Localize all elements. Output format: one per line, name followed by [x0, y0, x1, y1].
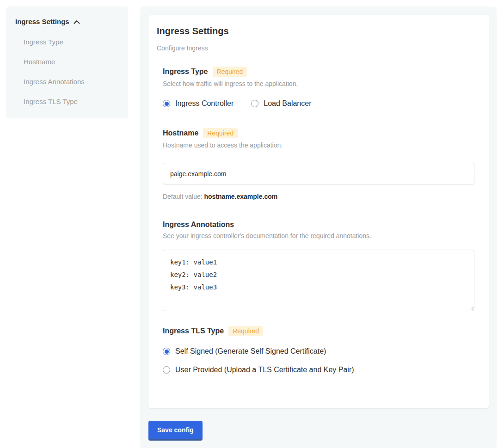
- sidebar-item-ingress-annotations[interactable]: Ingress Annotations: [15, 78, 121, 86]
- radio-label: Ingress Controller: [175, 99, 234, 108]
- default-value-text: hostname.example.com: [204, 193, 278, 200]
- default-value-prefix: Default value:: [163, 193, 203, 200]
- radio-label: Load Balancer: [264, 99, 311, 108]
- required-badge: Required: [228, 326, 263, 336]
- radio-unselected-icon: [251, 100, 258, 107]
- field-help-ingress-type: Select how traffic will ingress to the a…: [163, 80, 474, 87]
- field-label-hostname: Hostname: [163, 129, 198, 137]
- hostname-default-line: Default value: hostname.example.com: [163, 193, 474, 200]
- radio-option-load-balancer[interactable]: Load Balancer: [251, 99, 311, 108]
- card-subtitle: Configure Ingress: [157, 44, 480, 52]
- radio-option-user-provided[interactable]: User Provided (Upload a TLS Certificate …: [163, 366, 354, 374]
- sidebar-group-ingress-settings[interactable]: Ingress Settings: [15, 18, 121, 25]
- sidebar-group-label: Ingress Settings: [15, 18, 69, 25]
- page: Ingress Settings Ingress Type Hostname I…: [0, 0, 504, 448]
- radio-selected-icon: [163, 348, 170, 355]
- field-label-ingress-tls-type: Ingress TLS Type: [163, 327, 224, 335]
- field-ingress-annotations: Ingress Annotations See your ingress con…: [163, 221, 474, 313]
- sidebar-item-ingress-tls-type[interactable]: Ingress TLS Type: [15, 98, 121, 105]
- sidebar: Ingress Settings Ingress Type Hostname I…: [6, 6, 128, 118]
- field-label-ingress-type: Ingress Type: [163, 68, 208, 76]
- radio-unselected-icon: [163, 366, 170, 374]
- hostname-input[interactable]: [163, 163, 474, 184]
- config-area: Ingress Settings Configure Ingress Ingre…: [140, 6, 497, 448]
- radio-label: Self Signed (Generate Self Signed Certif…: [175, 347, 326, 356]
- sidebar-nav: Ingress Type Hostname Ingress Annotation…: [15, 38, 121, 105]
- annotations-textarea[interactable]: key1: value1 key2: value2 key3: value3: [163, 250, 474, 311]
- field-help-ingress-annotations: See your ingress controller's documentat…: [163, 232, 474, 239]
- radio-label: User Provided (Upload a TLS Certificate …: [175, 366, 354, 374]
- required-badge: Required: [203, 128, 238, 138]
- field-label-ingress-annotations: Ingress Annotations: [163, 221, 234, 229]
- fields: Ingress Type Required Select how traffic…: [163, 67, 474, 374]
- sidebar-item-hostname[interactable]: Hostname: [15, 58, 121, 66]
- sidebar-item-ingress-type[interactable]: Ingress Type: [15, 38, 121, 46]
- config-card: Ingress Settings Configure Ingress Ingre…: [148, 15, 489, 408]
- radio-selected-icon: [163, 100, 170, 107]
- tls-type-options: Self Signed (Generate Self Signed Certif…: [163, 347, 474, 374]
- field-help-hostname: Hostname used to access the application.: [163, 141, 474, 149]
- card-title: Ingress Settings: [157, 26, 480, 37]
- field-ingress-tls-type: Ingress TLS Type Required Self Signed (G…: [163, 326, 474, 374]
- chevron-up-icon: [74, 20, 80, 24]
- radio-option-self-signed[interactable]: Self Signed (Generate Self Signed Certif…: [163, 347, 326, 356]
- save-config-button[interactable]: Save config: [148, 421, 203, 439]
- ingress-type-options: Ingress Controller Load Balancer: [163, 99, 474, 108]
- field-hostname: Hostname Required Hostname used to acces…: [163, 128, 474, 200]
- required-badge: Required: [213, 67, 247, 77]
- field-ingress-type: Ingress Type Required Select how traffic…: [163, 67, 474, 108]
- radio-option-ingress-controller[interactable]: Ingress Controller: [163, 99, 234, 108]
